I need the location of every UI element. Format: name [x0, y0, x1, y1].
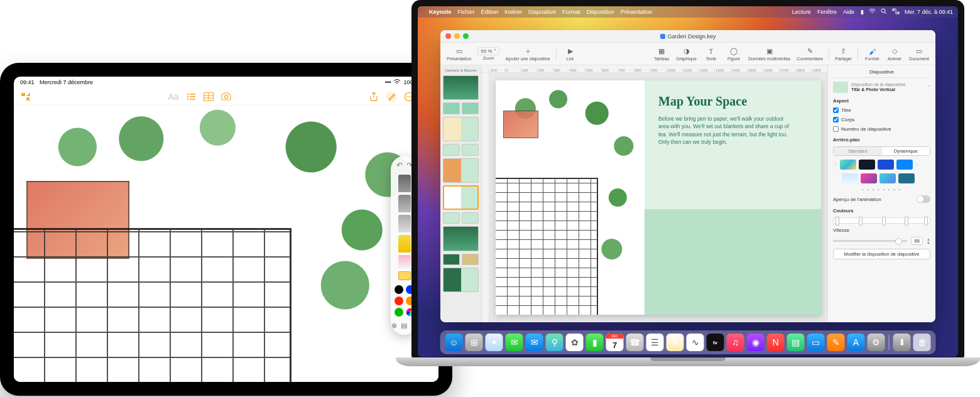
toolbar-add-slide-button[interactable]: ＋ Ajouter une diapositive — [503, 47, 553, 61]
dock-keynote-icon[interactable]: ▭ — [807, 334, 825, 351]
seg-standard[interactable]: Standard — [834, 147, 882, 155]
dock-notes-icon[interactable]: ✎ — [667, 334, 684, 351]
slide-thumb-7[interactable] — [443, 158, 479, 183]
dock-finder-icon[interactable]: ☺ — [445, 334, 463, 351]
slide-thumb-3[interactable] — [462, 102, 479, 114]
slide-thumb-10[interactable] — [462, 212, 479, 224]
dock-freeform-icon[interactable]: ∿ — [687, 334, 704, 351]
slide-thumb-8-selected[interactable] — [443, 185, 479, 210]
toolbar-animate-button[interactable]: ◇Animer — [884, 47, 905, 61]
dock-trash-icon[interactable]: 🗑 — [913, 334, 931, 351]
dock-safari-icon[interactable]: ✦ — [486, 334, 503, 351]
dock-facetime-icon[interactable]: ▮ — [586, 334, 604, 351]
menubar-spotlight-icon[interactable] — [881, 8, 887, 16]
slide-thumb-4[interactable] — [443, 117, 479, 141]
menubar-clock[interactable]: Mer. 7 déc. à 09:41 — [905, 9, 953, 15]
inspector-tab-diapositive[interactable]: Diapositive — [833, 69, 930, 78]
menu-inserer[interactable]: Insérer — [504, 9, 522, 15]
slide-body-text[interactable]: Before we bring pen to paper, we'll walk… — [658, 115, 790, 146]
speed-stepper-down[interactable]: ▼ — [927, 241, 930, 245]
menubar-control-center-icon[interactable] — [892, 8, 900, 16]
swatch-prev-icon[interactable]: ‹ — [833, 161, 837, 168]
toolbar-comment-button[interactable]: ✎Commentaire — [794, 47, 825, 61]
menu-fenetre[interactable]: Fenêtre — [817, 9, 837, 15]
dock-downloads-icon[interactable]: ⬇ — [893, 334, 911, 351]
dock-contacts-icon[interactable]: ☎ — [626, 334, 644, 351]
exit-fullscreen-icon[interactable] — [20, 91, 31, 102]
dock-messages-icon[interactable]: ✉ — [506, 334, 523, 351]
dock-launchpad-icon[interactable]: ⊞ — [466, 334, 483, 351]
slide-thumb-5[interactable] — [443, 144, 460, 156]
slide-thumb-9[interactable] — [443, 212, 460, 224]
bg-swatch-7[interactable] — [879, 173, 896, 183]
slide-thumb-14[interactable] — [443, 268, 479, 292]
menu-format[interactable]: Format — [562, 9, 580, 15]
toolbar-chart-button[interactable]: ◑Graphique — [673, 47, 699, 61]
dock-settings-icon[interactable]: ⚙ — [868, 334, 885, 351]
dock-reminders-icon[interactable]: ☰ — [646, 334, 664, 351]
checkbox-slidenum[interactable]: Numéro de diapositive — [833, 126, 930, 132]
speed-value[interactable]: 88 — [911, 237, 923, 245]
window-close-button[interactable] — [445, 33, 451, 39]
swatch-next-icon[interactable]: › — [915, 161, 920, 168]
dock-numbers-icon[interactable]: ▤ — [787, 334, 805, 351]
slide-title[interactable]: Map Your Space — [658, 94, 807, 109]
toolbar-format-button[interactable]: 🖌Format — [861, 47, 883, 61]
bg-swatch-4[interactable] — [896, 160, 913, 170]
dock-news-icon[interactable]: N — [767, 334, 785, 351]
menu-lecture[interactable]: Lecture — [792, 9, 811, 15]
slide-thumb-12[interactable] — [443, 254, 460, 266]
dock-photos-icon[interactable]: ✿ — [566, 334, 584, 351]
bg-swatch-8[interactable] — [898, 173, 915, 183]
gradient-editor[interactable] — [833, 217, 930, 224]
slide-canvas[interactable]: Map Your Space Before we bring pen to pa… — [489, 73, 827, 322]
ipad-drawing-canvas[interactable]: ↶ ↷ ⊕ ▤ — [14, 106, 438, 382]
speed-slider[interactable] — [833, 240, 907, 242]
bg-swatch-2[interactable] — [859, 160, 875, 170]
menu-presentation[interactable]: Présentation — [621, 9, 653, 15]
slide-thumb-13[interactable] — [462, 254, 479, 266]
menu-aide[interactable]: Aide — [843, 9, 854, 15]
window-zoom-button[interactable] — [463, 33, 469, 39]
camera-icon[interactable] — [220, 91, 232, 102]
menu-edition[interactable]: Édition — [481, 9, 499, 15]
dock-appstore-icon[interactable]: A — [847, 334, 865, 351]
slide-thumb-11[interactable] — [443, 226, 479, 251]
toolbar-document-button[interactable]: ▭Document — [906, 47, 932, 61]
dock-maps-icon[interactable]: ⚲ — [546, 334, 564, 351]
menubar-app-name[interactable]: Keynote — [429, 9, 452, 15]
slide-thumb-1[interactable] — [443, 75, 479, 100]
toolbar-play-button[interactable]: ▶ Lire — [560, 47, 581, 61]
menu-disposition[interactable]: Disposition — [587, 9, 614, 15]
toolbar-zoom-button[interactable]: 50 % ˅ Zoom — [475, 47, 501, 60]
bg-swatch-1[interactable] — [840, 160, 856, 170]
window-minimize-button[interactable] — [454, 33, 460, 39]
edit-layout-button[interactable]: Modifier la disposition de diapositive — [833, 249, 930, 259]
toolbar-shape-button[interactable]: ◯Figure — [723, 47, 744, 61]
share-icon[interactable] — [368, 91, 379, 102]
slide-image-placeholder[interactable] — [496, 80, 645, 315]
dock-tv-icon[interactable]: tv — [707, 334, 724, 351]
seg-dynamic[interactable]: Dynamique — [882, 147, 930, 155]
dock-podcasts-icon[interactable]: ◉ — [747, 334, 765, 351]
toolbar-text-button[interactable]: TTexte — [700, 47, 722, 61]
table-icon[interactable] — [203, 91, 214, 102]
bg-swatch-6[interactable] — [861, 173, 877, 183]
dock-music-icon[interactable]: ♫ — [727, 334, 744, 351]
toolbar-table-button[interactable]: ▦Tableau — [651, 47, 672, 61]
chevron-down-icon[interactable]: ˅ — [928, 85, 930, 90]
anim-preview-toggle[interactable] — [917, 195, 930, 203]
checklist-icon[interactable] — [185, 91, 197, 102]
text-style-icon[interactable]: Aa — [168, 91, 179, 102]
slide-navigator[interactable]: Gardens & Blooms — [440, 65, 482, 322]
checkbox-corps[interactable]: Corps — [833, 117, 930, 122]
toolbar-media-button[interactable]: ▣Données multimédias — [746, 47, 793, 61]
background-segment[interactable]: Standard Dynamique — [833, 146, 930, 156]
menubar-wifi-icon[interactable] — [869, 9, 876, 15]
checkbox-titre[interactable]: Titre — [833, 107, 930, 113]
menubar-battery-icon[interactable]: ▮ — [861, 9, 864, 15]
dock-mail-icon[interactable]: ✉ — [526, 334, 543, 351]
slide-thumb-2[interactable] — [443, 102, 460, 114]
toolbar-share-button[interactable]: ⇪Partager — [832, 47, 854, 61]
inspector-layout-row[interactable]: Disposition de la diapositive Title & Ph… — [833, 82, 930, 93]
